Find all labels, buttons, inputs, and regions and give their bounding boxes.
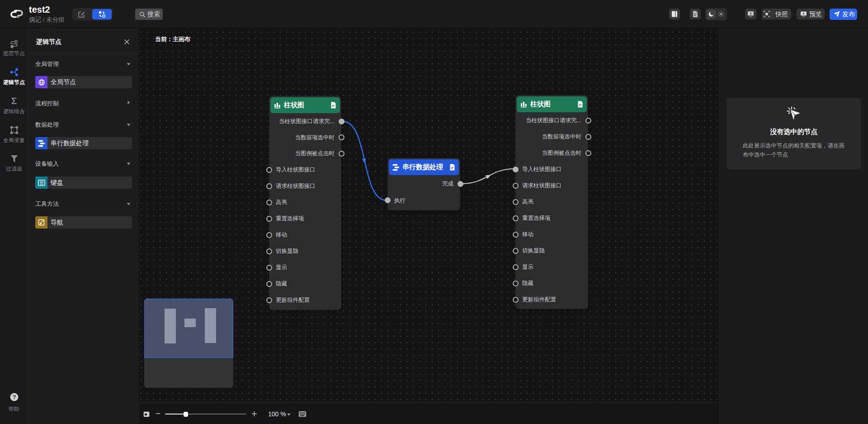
svg-text:?: ? [13, 394, 16, 400]
